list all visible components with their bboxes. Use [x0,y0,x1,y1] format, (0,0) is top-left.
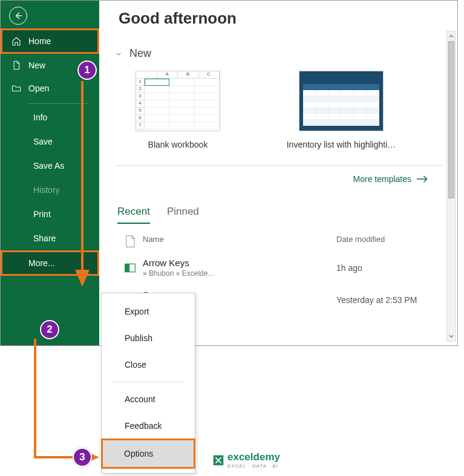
new-section-header[interactable]: New [115,47,445,60]
scroll-up-button[interactable] [447,31,456,41]
file-list-item[interactable]: Arrow Keys » Bhubon » Excelde… 1h ago [113,252,445,284]
nav-info[interactable]: Info [28,105,99,129]
section-divider [115,165,443,166]
file-new-icon [11,60,21,70]
scroll-down-button[interactable] [447,331,456,341]
sidebar-divider [28,103,88,104]
menu-options[interactable]: Options [101,439,195,469]
file-list-header: Name Date modified [117,235,445,248]
templates-row: ABC 1 2 3 4 5 6 7 Blank workbook [129,71,445,149]
back-arrow-icon [13,11,23,21]
nav-open-label: Open [28,83,49,93]
recent-tabs: Recent Pinned [117,206,445,224]
menu-account[interactable]: Account [102,386,195,412]
chevron-down-icon [115,50,122,57]
more-templates-link[interactable]: More templates [113,174,428,184]
template-thumb-blank: ABC 1 2 3 4 5 6 7 [136,71,220,131]
file-date: 1h ago [336,263,445,273]
new-section-title: New [129,47,151,60]
caret-down-icon [449,334,454,339]
home-icon [11,36,21,46]
header-icon-col [117,235,143,248]
annotation-badge-2: 2 [40,320,59,339]
file-date: Yesterday at 2:53 PM [336,295,445,305]
nav-open[interactable]: Open [1,77,99,100]
nav-home-label: Home [28,36,51,46]
backstage-sidebar: Home New Open Info Save Save As History … [1,1,99,345]
nav-save[interactable]: Save [28,129,99,154]
nav-home[interactable]: Home [1,28,99,54]
annotation-badge-1: 1 [77,60,97,80]
folder-open-icon [11,83,21,93]
excel-backstage-window: Home New Open Info Save Save As History … [0,0,458,346]
sidebar-sub-group: Info Save Save As History Print Share [1,105,99,250]
annotation-badge-3: 3 [73,448,92,467]
scroll-thumb[interactable] [448,41,454,198]
watermark-logo: exceldemy EXCEL · DATA · BI [212,451,280,469]
file-title: Arrow Keys [143,258,336,268]
logo-icon [212,454,225,467]
header-date[interactable]: Date modified [336,235,445,248]
file-icon [124,235,136,248]
template-inventory-list[interactable]: Inventory list with highlighti… [293,71,390,149]
tab-recent[interactable]: Recent [117,206,150,224]
header-name[interactable]: Name [143,235,336,248]
file-path: » Bhubon » Excelde… [143,269,336,278]
menu-close[interactable]: Close [102,351,195,378]
nav-save-as[interactable]: Save As [28,154,99,178]
nav-print[interactable]: Print [28,202,99,226]
back-button[interactable] [9,7,27,25]
excel-file-icon [123,262,137,274]
arrow-right-icon [416,175,428,183]
template-blank-workbook[interactable]: ABC 1 2 3 4 5 6 7 Blank workbook [129,71,226,149]
template-thumb-inventory [299,71,384,131]
greeting-title: Good afternoon [119,9,445,28]
nav-history: History [28,178,99,202]
tab-pinned[interactable]: Pinned [167,206,199,224]
nav-share[interactable]: Share [28,226,99,250]
caret-up-icon [449,34,454,39]
menu-publish[interactable]: Publish [102,325,195,351]
template-label: Blank workbook [148,140,208,149]
nav-more[interactable]: More... [1,250,99,276]
scroll-track[interactable] [447,41,456,331]
vertical-scrollbar[interactable] [446,31,456,342]
more-submenu: Export Publish Close Account Feedback Op… [101,293,195,474]
svg-rect-1 [125,264,130,272]
nav-new-label: New [28,60,45,70]
nav-more-label: More... [28,258,55,268]
submenu-divider [113,382,184,382]
menu-export[interactable]: Export [102,298,195,325]
template-label: Inventory list with highlighti… [287,140,396,149]
menu-feedback[interactable]: Feedback [102,412,195,439]
